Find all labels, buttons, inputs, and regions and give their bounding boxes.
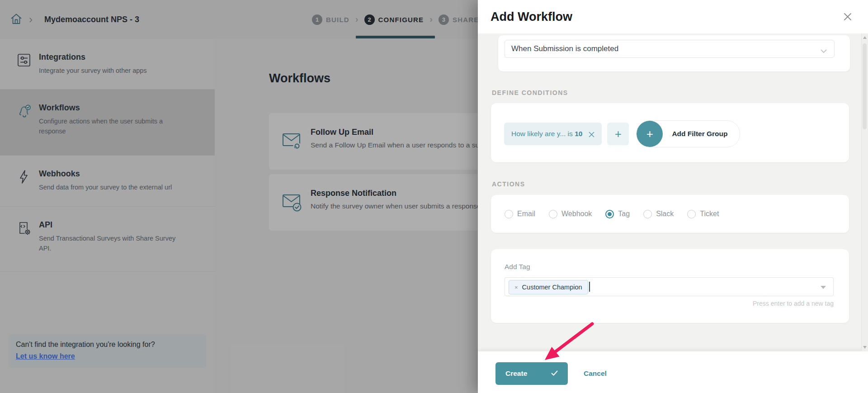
add-tag-label: Add Tag (505, 263, 530, 271)
filter-condition-chip[interactable]: How likely are y... is 10 (504, 123, 602, 145)
actions-heading: ACTIONS (492, 180, 525, 188)
app-root: Mydemoaccount NPS - 3 1 BUILD 2 CONFIGUR… (0, 0, 868, 393)
add-condition-button[interactable] (607, 123, 629, 145)
add-workflow-panel: Add Workflow When Submission is complete… (478, 0, 868, 393)
tag-helper-text: Press enter to add a new tag (753, 300, 834, 307)
scrollbar-thumb[interactable] (863, 43, 867, 129)
scroll-down-arrow-icon[interactable] (863, 346, 867, 349)
panel-footer: Create Cancel (478, 351, 868, 393)
remove-tag-icon[interactable] (514, 284, 518, 291)
radio-tag[interactable]: Tag (605, 210, 630, 218)
add-tag-card: Add Tag Customer Champion Press enter to… (491, 249, 849, 323)
tag-input[interactable]: Customer Champion (505, 277, 834, 296)
trigger-select[interactable]: When Submission is completed (505, 40, 835, 58)
plus-icon (637, 121, 663, 147)
scroll-up-arrow-icon[interactable] (863, 36, 867, 39)
filter-chip-text: How likely are y... is 10 (511, 130, 582, 138)
radio-selected-icon (605, 210, 614, 218)
radio-circle-icon (505, 210, 513, 218)
chevron-down-icon (821, 47, 827, 55)
panel-header: Add Workflow (478, 0, 868, 33)
radio-circle-icon (643, 210, 652, 218)
define-conditions-heading: DEFINE CONDITIONS (492, 89, 568, 96)
radio-slack[interactable]: Slack (643, 210, 674, 218)
radio-circle-icon (549, 210, 557, 218)
radio-ticket[interactable]: Ticket (687, 210, 719, 218)
close-icon[interactable] (843, 12, 853, 22)
panel-title: Add Workflow (491, 10, 572, 24)
checkmark-icon (551, 370, 558, 377)
text-cursor (589, 282, 590, 292)
radio-webhook[interactable]: Webhook (549, 210, 592, 218)
trigger-select-value: When Submission is completed (511, 44, 618, 53)
trigger-card: When Submission is completed (498, 35, 850, 71)
cancel-button[interactable]: Cancel (581, 362, 609, 385)
actions-card: Email Webhook Tag Slack Ticket (491, 195, 849, 233)
remove-filter-icon[interactable] (589, 131, 594, 137)
add-filter-group-button[interactable]: Add Filter Group (636, 120, 740, 147)
create-button[interactable]: Create (495, 362, 568, 385)
panel-scrollbar[interactable] (861, 33, 868, 351)
conditions-card: How likely are y... is 10 Add Filter Gro… (491, 103, 849, 162)
tag-chip[interactable]: Customer Champion (509, 280, 588, 294)
dropdown-arrow-icon[interactable] (821, 286, 826, 289)
radio-email[interactable]: Email (505, 210, 535, 218)
radio-circle-icon (687, 210, 696, 218)
action-radio-group: Email Webhook Tag Slack Ticket (505, 195, 719, 233)
conditions-row: How likely are y... is 10 Add Filter Gro… (504, 120, 740, 147)
